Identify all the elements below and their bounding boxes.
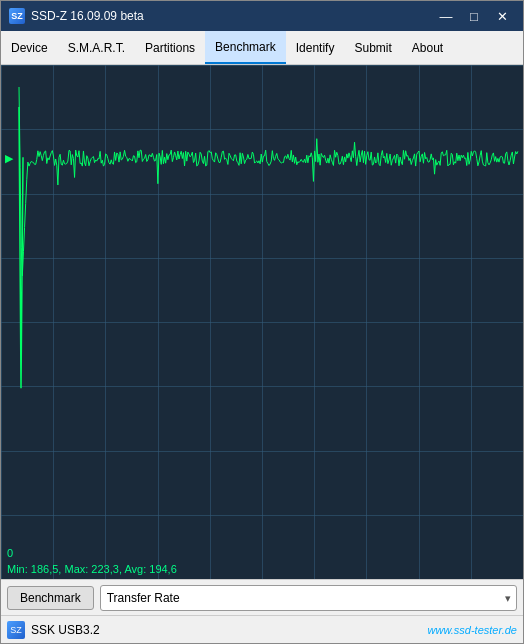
maximize-button[interactable]: □ bbox=[461, 6, 487, 26]
title-bar: SZ SSD-Z 16.09.09 beta — □ ✕ bbox=[1, 1, 523, 31]
menu-item-submit[interactable]: Submit bbox=[344, 31, 401, 64]
title-controls: — □ ✕ bbox=[433, 6, 515, 26]
device-name: SSK USB3.2 bbox=[31, 623, 422, 637]
dropdown-wrapper: Transfer Rate IOPS Latency ▾ bbox=[100, 585, 517, 611]
menu-item-identify[interactable]: Identify bbox=[286, 31, 345, 64]
chart-y-min: 0 bbox=[7, 547, 13, 559]
menu-item-smart[interactable]: S.M.A.R.T. bbox=[58, 31, 135, 64]
window-title: SSD-Z 16.09.09 beta bbox=[31, 9, 144, 23]
menu-bar: Device S.M.A.R.T. Partitions Benchmark I… bbox=[1, 31, 523, 65]
app-icon: SZ bbox=[9, 8, 25, 24]
menu-item-device[interactable]: Device bbox=[1, 31, 58, 64]
bottom-controls: Benchmark Transfer Rate IOPS Latency ▾ bbox=[1, 579, 523, 615]
chart-container: 230 Work in Progress - Results Unreliabl… bbox=[1, 65, 523, 579]
main-window: SZ SSD-Z 16.09.09 beta — □ ✕ Device S.M.… bbox=[0, 0, 524, 644]
close-button[interactable]: ✕ bbox=[489, 6, 515, 26]
minimize-button[interactable]: — bbox=[433, 6, 459, 26]
website-url: www.ssd-tester.de bbox=[428, 624, 517, 636]
title-bar-left: SZ SSD-Z 16.09.09 beta bbox=[9, 8, 144, 24]
benchmark-button[interactable]: Benchmark bbox=[7, 586, 94, 610]
device-icon: SZ bbox=[7, 621, 25, 639]
status-bar: SZ SSK USB3.2 www.ssd-tester.de bbox=[1, 615, 523, 643]
menu-item-partitions[interactable]: Partitions bbox=[135, 31, 205, 64]
chart-stats: Min: 186,5, Max: 223,3, Avg: 194,6 bbox=[7, 563, 177, 575]
menu-item-benchmark[interactable]: Benchmark bbox=[205, 31, 286, 64]
chart-type-dropdown[interactable]: Transfer Rate IOPS Latency bbox=[100, 585, 517, 611]
menu-item-about[interactable]: About bbox=[402, 31, 453, 64]
benchmark-chart bbox=[1, 65, 523, 579]
